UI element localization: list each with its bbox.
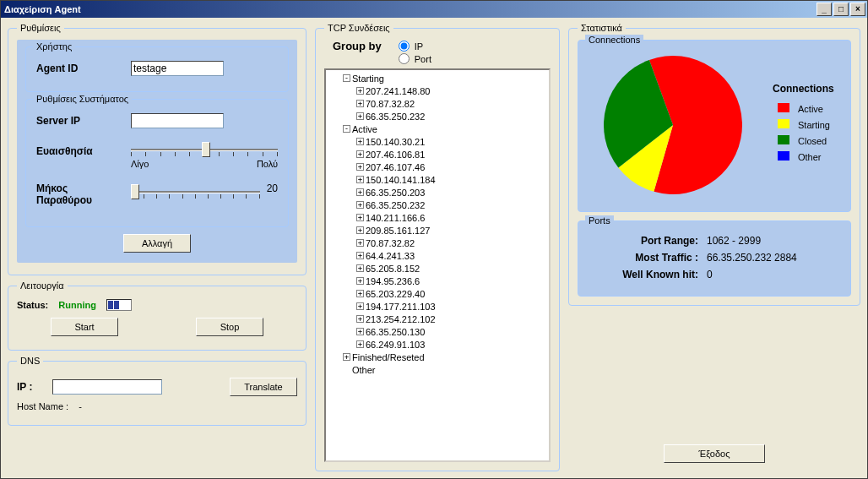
tree-node[interactable]: - Active xyxy=(329,122,547,135)
legend-swatch xyxy=(778,119,789,128)
tree-leaf[interactable]: + 209.85.161.127 xyxy=(329,224,547,237)
operation-group: Λειτουργία Status: Running Start Stop xyxy=(8,280,307,351)
plus-icon[interactable]: + xyxy=(356,252,364,259)
plus-icon[interactable]: + xyxy=(356,100,364,107)
tcp-tree[interactable]: - Starting+ 207.241.148.80+ 70.87.32.82+… xyxy=(324,68,551,462)
tree-leaf[interactable]: + 66.35.250.203 xyxy=(329,186,547,199)
stop-button[interactable]: Stop xyxy=(196,318,263,336)
legend-label: Other xyxy=(795,150,833,164)
window-length-label: Μήκος Παραθύρου xyxy=(36,182,121,206)
plus-icon[interactable]: + xyxy=(356,277,364,285)
legend-swatch xyxy=(778,103,789,112)
window-body: Ρυθμίσεις Χρήστης Agent ID Ρυθμίσεις Συσ… xyxy=(1,18,867,478)
plus-icon[interactable]: + xyxy=(356,201,364,209)
dns-group: DNS IP : Translate Host Name : - xyxy=(8,356,307,426)
legend-swatch xyxy=(778,151,789,161)
exit-button[interactable]: Έξοδος xyxy=(664,444,765,463)
dns-ip-label: IP : xyxy=(17,381,42,393)
hostname-value: - xyxy=(79,401,82,411)
plus-icon[interactable]: + xyxy=(356,188,364,196)
tree-leaf[interactable]: + 207.241.148.80 xyxy=(329,84,547,97)
tree-leaf[interactable]: + 150.140.141.184 xyxy=(329,173,547,186)
radio-ip-input[interactable] xyxy=(399,41,410,52)
tree-node[interactable]: Other xyxy=(329,363,547,376)
tree-leaf[interactable]: + 65.205.8.152 xyxy=(329,262,547,275)
start-button[interactable]: Start xyxy=(51,318,118,336)
legend-row: Active xyxy=(774,101,833,116)
settings-legend: Ρυθμίσεις xyxy=(17,23,64,33)
plus-icon[interactable]: + xyxy=(356,87,364,95)
sensitivity-min-label: Λίγο xyxy=(131,159,149,169)
plus-icon[interactable]: + xyxy=(356,163,364,171)
tree-leaf-label: 66.35.250.130 xyxy=(366,327,425,337)
tree-node[interactable]: - Starting xyxy=(329,72,547,84)
chart-legend: Connections ActiveStartingClosedOther xyxy=(773,83,835,166)
plus-icon[interactable]: + xyxy=(356,138,364,145)
window-length-slider[interactable] xyxy=(131,182,260,204)
stats-legend: Στατιστικά xyxy=(578,23,626,33)
tree-leaf-label: 140.211.166.6 xyxy=(366,213,425,223)
minus-icon[interactable]: - xyxy=(343,74,350,82)
sensitivity-slider[interactable]: Λίγο Πολύ xyxy=(131,140,278,162)
status-progress xyxy=(106,299,132,311)
plus-icon[interactable]: + xyxy=(356,226,364,234)
minus-icon[interactable]: - xyxy=(343,125,350,133)
tree-leaf-label: 66.35.250.232 xyxy=(366,200,425,210)
maximize-button[interactable]: □ xyxy=(833,3,849,16)
plus-icon[interactable]: + xyxy=(356,264,364,272)
plus-icon[interactable]: + xyxy=(356,150,364,158)
window-controls: _ □ × xyxy=(816,3,865,16)
sensitivity-max-label: Πολύ xyxy=(257,159,278,169)
tree-leaf[interactable]: + 194.177.211.103 xyxy=(329,300,547,313)
tree-leaf[interactable]: + 66.249.91.103 xyxy=(329,338,547,351)
ports-legend: Ports xyxy=(585,215,614,226)
plus-icon[interactable]: + xyxy=(356,112,364,120)
radio-port[interactable]: Port xyxy=(399,53,431,64)
tree-leaf[interactable]: + 64.4.241.33 xyxy=(329,249,547,262)
tree-leaf[interactable]: + 70.87.32.82 xyxy=(329,237,547,249)
window-title: Διαχείριση Agent xyxy=(4,4,816,14)
tree-leaf-label: 70.87.32.82 xyxy=(366,238,415,248)
minimize-button[interactable]: _ xyxy=(816,3,832,16)
server-ip-input[interactable] xyxy=(131,113,224,128)
radio-port-label: Port xyxy=(415,54,431,64)
plus-icon[interactable]: + xyxy=(356,214,364,221)
tree-leaf[interactable]: + 66.35.250.130 xyxy=(329,325,547,338)
plus-icon[interactable]: + xyxy=(356,290,364,297)
left-column: Ρυθμίσεις Χρήστης Agent ID Ρυθμίσεις Συσ… xyxy=(8,23,307,471)
status-value: Running xyxy=(58,300,96,310)
tree-leaf[interactable]: + 66.35.250.232 xyxy=(329,199,547,211)
tree-leaf[interactable]: + 207.46.106.81 xyxy=(329,148,547,161)
legend-swatch xyxy=(778,135,789,144)
tree-node-label: Finished/Reseted xyxy=(352,352,425,362)
plus-icon[interactable]: + xyxy=(356,328,364,335)
plus-icon[interactable]: + xyxy=(356,239,364,247)
close-button[interactable]: × xyxy=(850,3,865,16)
plus-icon[interactable]: + xyxy=(356,302,364,310)
dns-ip-input[interactable] xyxy=(52,379,162,395)
plus-icon[interactable]: + xyxy=(356,315,364,323)
translate-button[interactable]: Translate xyxy=(230,378,297,396)
apply-button[interactable]: Αλλαγή xyxy=(123,234,191,253)
radio-port-input[interactable] xyxy=(399,53,410,64)
tree-leaf[interactable]: + 207.46.107.46 xyxy=(329,161,547,173)
tcp-group: TCP Συνδέσεις Group by IP Port xyxy=(315,23,560,471)
tree-leaf[interactable]: + 70.87.32.82 xyxy=(329,97,547,110)
tree-leaf[interactable]: + 140.211.166.6 xyxy=(329,211,547,224)
tree-leaf-label: 150.140.141.184 xyxy=(366,175,436,185)
tree-leaf[interactable]: + 65.203.229.40 xyxy=(329,287,547,300)
plus-icon[interactable]: + xyxy=(356,340,364,348)
plus-icon[interactable]: + xyxy=(356,176,364,183)
tree-node[interactable]: + Finished/Reseted xyxy=(329,351,547,363)
radio-ip[interactable]: IP xyxy=(399,41,431,52)
tree-leaf[interactable]: + 66.35.250.232 xyxy=(329,110,547,122)
server-ip-label: Server IP xyxy=(36,115,121,127)
agent-id-label: Agent ID xyxy=(36,63,121,74)
tree-leaf[interactable]: + 194.95.236.6 xyxy=(329,275,547,287)
most-traffic-label: Most Traffic : xyxy=(589,252,707,264)
plus-icon[interactable]: + xyxy=(343,353,350,361)
tree-node-label: Starting xyxy=(352,73,384,84)
tree-leaf[interactable]: + 213.254.212.102 xyxy=(329,313,547,325)
agent-id-input[interactable] xyxy=(131,61,224,76)
tree-leaf[interactable]: + 150.140.30.21 xyxy=(329,135,547,148)
